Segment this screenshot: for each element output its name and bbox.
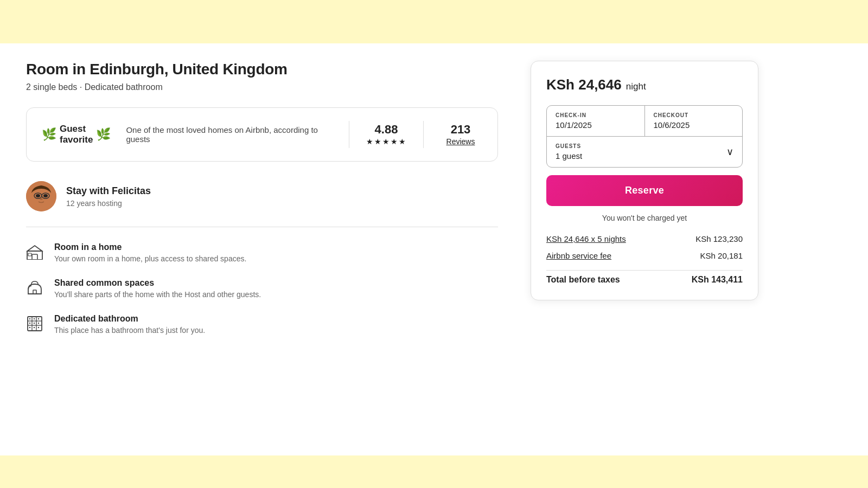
feature-dedicated-bathroom: Dedicated bathroom This place has a bath… [26, 314, 498, 335]
guest-favorite-text: Guestfavorite [60, 124, 93, 145]
feature-bathroom-title: Dedicated bathroom [54, 314, 205, 324]
dates-row: CHECK-IN 10/1/2025 CHECKOUT 10/6/2025 [547, 106, 742, 137]
bottom-bar [0, 455, 868, 488]
right-panel: KSh 24,646 night CHECK-IN 10/1/2025 CHEC… [531, 61, 758, 434]
check-in-label: CHECK-IN [556, 112, 636, 118]
guest-favorite-description: One of the most loved homes on Airbnb, a… [126, 125, 334, 144]
total-value: KSh 143,411 [692, 275, 743, 285]
host-years: 12 years hosting [66, 199, 151, 208]
guest-favorite-box: 🌿 Guestfavorite 🌿 One of the most loved … [26, 107, 498, 162]
listing-title: Room in Edinburgh, United Kingdom [26, 61, 498, 78]
host-avatar-image [26, 181, 56, 211]
feature-bathroom-desc: This place has a bathroom that's just fo… [54, 326, 205, 335]
svg-point-23 [38, 327, 39, 328]
nights-label[interactable]: KSh 24,646 x 5 nights [546, 234, 626, 243]
rating-section: 4.88 ★★★★★ [365, 123, 408, 146]
svg-point-20 [38, 323, 39, 324]
svg-point-5 [43, 194, 48, 197]
feature-shared-common: Shared common spaces You'll share parts … [26, 278, 498, 299]
price-line: KSh 24,646 night [546, 76, 743, 93]
feature-shared-desc: You'll share parts of the home with the … [54, 290, 261, 299]
host-name: Stay with Felicitas [66, 185, 151, 197]
nights-value: KSh 123,230 [695, 234, 743, 243]
shared-common-icon [26, 279, 43, 297]
main-content: Room in Edinburgh, United Kingdom 2 sing… [0, 43, 868, 455]
rating-number: 4.88 [365, 123, 408, 137]
guests-value: 1 guest [556, 151, 726, 160]
no-charge-text: You won't be charged yet [546, 214, 743, 222]
price-breakdown: KSh 24,646 x 5 nights KSh 123,230 Airbnb… [546, 234, 743, 260]
svg-point-21 [29, 327, 30, 328]
chevron-down-icon: ∨ [726, 146, 733, 158]
host-avatar [26, 181, 56, 211]
total-label: Total before taxes [546, 275, 620, 285]
divider-1 [349, 121, 349, 148]
host-section: Stay with Felicitas 12 years hosting [26, 181, 498, 227]
price-per-night-label: night [626, 81, 646, 92]
svg-point-15 [29, 318, 30, 319]
nights-row: KSh 24,646 x 5 nights KSh 123,230 [546, 234, 743, 243]
room-in-home-icon [26, 243, 43, 261]
booking-card: KSh 24,646 night CHECK-IN 10/1/2025 CHEC… [531, 61, 758, 300]
checkout-cell[interactable]: CHECKOUT 10/6/2025 [645, 106, 743, 136]
leaf-left-icon: 🌿 [42, 127, 56, 142]
reviews-section: 213 Reviews [439, 123, 482, 146]
svg-rect-6 [27, 251, 42, 260]
service-fee-value: KSh 20,181 [700, 251, 743, 260]
reviews-count: 213 [439, 123, 482, 137]
divider-2 [423, 121, 424, 148]
feature-room-text: Room in a home Your own room in a home, … [54, 242, 246, 263]
checkout-date: 10/6/2025 [654, 120, 734, 130]
left-panel: Room in Edinburgh, United Kingdom 2 sing… [26, 61, 498, 434]
svg-point-18 [29, 323, 30, 324]
svg-rect-7 [32, 254, 37, 260]
listing-subtitle: 2 single beds · Dedicated bathroom [26, 82, 498, 92]
dates-guests-grid: CHECK-IN 10/1/2025 CHECKOUT 10/6/2025 GU… [546, 105, 743, 168]
guests-content: GUESTS 1 guest [556, 143, 726, 160]
svg-point-16 [34, 318, 35, 319]
check-in-date: 10/1/2025 [556, 120, 636, 130]
feature-shared-text: Shared common spaces You'll share parts … [54, 278, 261, 299]
guest-favorite-label: 🌿 Guestfavorite 🌿 [42, 124, 111, 145]
reviews-link[interactable]: Reviews [446, 137, 475, 146]
svg-point-4 [36, 194, 40, 197]
checkout-label: CHECKOUT [654, 112, 734, 118]
svg-point-19 [34, 323, 35, 324]
reserve-button[interactable]: Reserve [546, 175, 743, 206]
check-in-cell[interactable]: CHECK-IN 10/1/2025 [547, 106, 645, 136]
service-fee-row: Airbnb service fee KSh 20,181 [546, 251, 743, 260]
price-amount: KSh 24,646 [546, 76, 622, 93]
svg-rect-9 [33, 290, 36, 294]
svg-point-22 [34, 327, 35, 328]
feature-shared-title: Shared common spaces [54, 278, 261, 288]
feature-bathroom-text: Dedicated bathroom This place has a bath… [54, 314, 205, 335]
guests-label: GUESTS [556, 143, 726, 149]
svg-point-17 [38, 318, 39, 319]
total-row: Total before taxes KSh 143,411 [546, 273, 743, 285]
feature-room-desc: Your own room in a home, plus access to … [54, 254, 246, 263]
host-info: Stay with Felicitas 12 years hosting [66, 185, 151, 208]
service-fee-label[interactable]: Airbnb service fee [546, 251, 611, 260]
feature-room-in-home: Room in a home Your own room in a home, … [26, 242, 498, 263]
features-list: Room in a home Your own room in a home, … [26, 242, 498, 335]
feature-room-title: Room in a home [54, 242, 246, 252]
guests-row[interactable]: GUESTS 1 guest ∨ [547, 137, 742, 167]
rating-stars: ★★★★★ [366, 137, 407, 146]
total-divider [546, 270, 743, 271]
dedicated-bathroom-icon [26, 315, 43, 332]
leaf-right-icon: 🌿 [96, 127, 111, 142]
svg-rect-8 [28, 253, 31, 256]
top-bar [0, 0, 868, 43]
